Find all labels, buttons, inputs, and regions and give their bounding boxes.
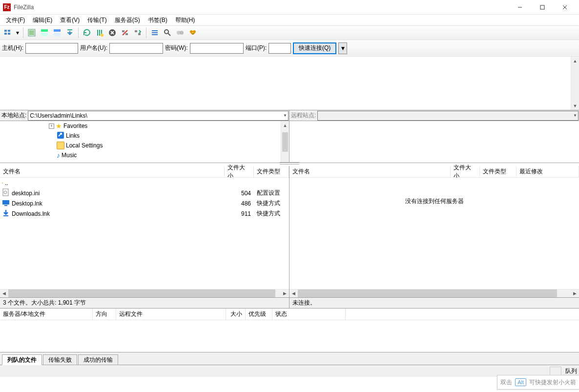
disconnect-icon[interactable] xyxy=(119,27,131,39)
col-qsize[interactable]: 大小 xyxy=(226,309,246,320)
col-server[interactable]: 服务器/本地文件 xyxy=(0,309,93,320)
toggle-queue-icon[interactable] xyxy=(64,27,76,39)
col-type[interactable]: 文件类型 xyxy=(480,166,517,177)
host-input[interactable] xyxy=(25,43,78,54)
col-size[interactable]: 文件大小 xyxy=(225,166,254,177)
titlebar: Fz FileZilla xyxy=(0,0,579,15)
file-size: 504 xyxy=(225,190,254,197)
port-input[interactable] xyxy=(269,43,291,54)
password-input[interactable] xyxy=(190,43,244,54)
tree-scrollbar[interactable]: ▲▼ xyxy=(281,121,289,163)
svg-rect-1 xyxy=(540,5,544,9)
local-hscroll[interactable]: ◀▶ xyxy=(0,289,289,297)
reconnect-icon[interactable] xyxy=(132,27,144,39)
file-size: 911 xyxy=(225,210,254,217)
filter-icon[interactable] xyxy=(149,27,161,39)
chevron-down-icon: ▼ xyxy=(573,113,577,118)
local-path-combo[interactable]: C:\Users\admin\Links\ ▼ xyxy=(28,111,289,121)
col-priority[interactable]: 优先级 xyxy=(246,309,272,320)
tree-item-localsettings[interactable]: Local Settings xyxy=(0,141,289,150)
tab-success[interactable]: 成功的传输 xyxy=(78,354,118,365)
file-row-parent[interactable]: .. xyxy=(0,178,289,188)
log-panel: ▲▼ xyxy=(0,57,579,110)
svg-rect-13 xyxy=(41,33,48,36)
remote-file-list: 文件名 文件大小 文件类型 最近修改 没有连接到任何服务器 ◀▶ xyxy=(290,166,579,298)
local-list-body[interactable]: .. desktop.ini 504 配置设置 Desktop.lnk 486 … xyxy=(0,178,289,289)
menu-server[interactable]: 服务器(S) xyxy=(111,15,144,25)
cancel-icon[interactable] xyxy=(106,27,118,39)
file-type: 快捷方式 xyxy=(254,209,289,218)
search-icon[interactable] xyxy=(162,27,173,39)
window-title: FileZilla xyxy=(14,4,509,11)
toggle-local-tree-icon[interactable] xyxy=(39,27,50,39)
tree-label: Favorites xyxy=(63,123,87,129)
tree-item-music[interactable]: ♪ Music xyxy=(0,150,289,160)
remote-tree[interactable] xyxy=(290,121,579,163)
file-row[interactable]: desktop.ini 504 配置设置 xyxy=(0,188,289,198)
site-manager-icon[interactable] xyxy=(2,27,14,39)
menu-transfer[interactable]: 传输(T) xyxy=(83,15,110,25)
port-label: 端口(P): xyxy=(246,44,267,52)
local-path-bar: 本地站点: C:\Users\admin\Links\ ▼ xyxy=(0,110,289,121)
splitter[interactable] xyxy=(0,162,579,165)
col-size[interactable]: 文件大小 xyxy=(451,166,480,177)
transfer-queue: 服务器/本地文件 方向 远程文件 大小 优先级 状态 xyxy=(0,309,579,352)
remote-hscroll[interactable]: ◀▶ xyxy=(290,289,579,297)
expand-icon[interactable]: + xyxy=(49,124,54,129)
tab-queued[interactable]: 列队的文件 xyxy=(2,354,42,365)
col-modified[interactable]: 最近修改 xyxy=(517,166,579,177)
minimize-button[interactable] xyxy=(509,0,531,15)
remote-path-bar: 远程站点: ▼ xyxy=(290,110,579,121)
chevron-down-icon: ▼ xyxy=(283,113,287,118)
toggle-log-icon[interactable] xyxy=(26,27,38,39)
remote-path-combo[interactable]: ▼ xyxy=(317,111,579,121)
tree-item-favorites[interactable]: + ★ Favorites xyxy=(0,121,289,131)
col-name[interactable]: 文件名 xyxy=(290,166,451,177)
find-icon[interactable] xyxy=(187,27,199,39)
link-icon xyxy=(57,131,64,141)
hint-pre: 双击 xyxy=(500,378,512,387)
process-queue-icon[interactable] xyxy=(94,27,105,39)
col-state[interactable]: 状态 xyxy=(272,309,346,320)
svg-rect-38 xyxy=(4,205,7,206)
dropdown-icon[interactable]: ▾ xyxy=(15,27,21,39)
svg-line-29 xyxy=(168,33,170,36)
col-name[interactable]: 文件名 xyxy=(0,166,225,177)
maximize-button[interactable] xyxy=(531,0,554,15)
svg-point-31 xyxy=(180,31,184,35)
menu-edit[interactable]: 编辑(E) xyxy=(29,15,56,25)
close-button[interactable] xyxy=(554,0,576,15)
menu-file[interactable]: 文件(F) xyxy=(2,15,29,25)
tree-item-links[interactable]: Links xyxy=(0,131,289,141)
toggle-remote-tree-icon[interactable] xyxy=(51,27,63,39)
folder-up-icon xyxy=(2,183,3,184)
local-site-label: 本地站点: xyxy=(0,111,28,120)
svg-point-33 xyxy=(193,30,196,33)
menu-view[interactable]: 查看(V) xyxy=(56,15,83,25)
file-type: 配置设置 xyxy=(254,189,289,197)
tab-failed[interactable]: 传输失败 xyxy=(43,354,77,365)
username-input[interactable] xyxy=(109,43,163,54)
remote-list-header: 文件名 文件大小 文件类型 最近修改 xyxy=(290,166,579,178)
menubar: 文件(F) 编辑(E) 查看(V) 传输(T) 服务器(S) 书签(B) 帮助(… xyxy=(0,15,579,25)
svg-rect-21 xyxy=(125,33,128,35)
menu-bookmark[interactable]: 书签(B) xyxy=(144,15,171,25)
quickconnect-button[interactable]: 快速连接(Q) xyxy=(293,42,336,54)
not-connected-message: 没有连接到任何服务器 xyxy=(290,197,579,206)
log-scrollbar[interactable]: ▲▼ xyxy=(571,57,579,110)
col-remote[interactable]: 远程文件 xyxy=(116,309,226,320)
desktop-icon xyxy=(2,199,10,208)
file-row[interactable]: Downloads.lnk 911 快捷方式 xyxy=(0,208,289,219)
menu-help[interactable]: 帮助(H) xyxy=(171,15,199,25)
col-direction[interactable]: 方向 xyxy=(93,309,116,320)
queue-indicator xyxy=(550,367,561,375)
svg-rect-37 xyxy=(2,200,9,205)
file-row[interactable]: Desktop.lnk 486 快捷方式 xyxy=(0,198,289,208)
compare-icon[interactable] xyxy=(174,27,186,39)
svg-rect-7 xyxy=(8,33,10,35)
refresh-icon[interactable] xyxy=(81,27,93,39)
col-type[interactable]: 文件类型 xyxy=(254,166,289,177)
quickconnect-dropdown[interactable]: ▼ xyxy=(338,42,347,54)
file-size: 486 xyxy=(225,200,254,207)
local-tree[interactable]: + ★ Favorites Links Local Settings ♪ Mus… xyxy=(0,121,289,163)
